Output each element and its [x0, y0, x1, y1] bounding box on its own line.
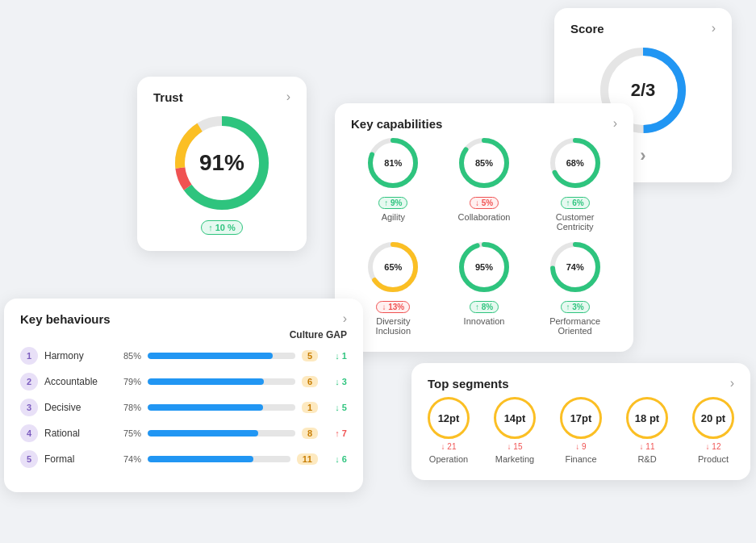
beh-num: 4: [20, 424, 38, 442]
beh-bar: [148, 353, 295, 359]
cap-pct: 95%: [475, 262, 493, 272]
seg-label: R&D: [637, 454, 656, 464]
beh-pct: 75%: [115, 428, 141, 438]
beh-num: 2: [20, 373, 38, 391]
trust-card: Trust › 91% ↑ 10 %: [137, 77, 307, 251]
behaviours-header: Key behaviours ›: [20, 311, 347, 326]
seg-label: Finance: [565, 454, 596, 464]
seg-circle: 17pt: [560, 397, 602, 439]
behaviours-title: Key behaviours: [20, 312, 111, 326]
seg-label: Product: [698, 454, 729, 464]
segments-card: Top segments › 12pt ↓ 21 Operation 14pt …: [411, 363, 750, 480]
cap-badge: ↑ 8%: [470, 301, 499, 313]
beh-gap: 6: [302, 376, 318, 387]
cap-badge: ↑ 9%: [378, 197, 407, 209]
capabilities-card: Key capabilities › 81% ↑ 9% Agility 85% …: [335, 103, 633, 352]
seg-delta: ↓ 9: [575, 442, 586, 451]
beh-name: Rational: [44, 428, 109, 439]
beh-gap: 8: [302, 428, 318, 439]
trust-donut-container: 91% ↑ 10 %: [153, 111, 290, 235]
behaviours-card: Key behaviours › Culture GAP 1 Harmony 8…: [4, 299, 363, 492]
cap-donut: 85%: [458, 137, 510, 189]
behaviour-row: 3 Decisive 78% 1 ↓ 5: [20, 399, 347, 416]
seg-delta: ↓ 11: [640, 442, 655, 451]
capability-item: 68% ↑ 6% CustomerCentricity: [533, 137, 617, 232]
beh-delta: ↓ 3: [324, 377, 347, 386]
beh-name: Formal: [44, 453, 109, 465]
capabilities-header: Key capabilities ›: [351, 116, 617, 131]
cap-donut: 74%: [549, 241, 601, 293]
cap-pct: 81%: [384, 158, 402, 168]
cap-label: PerformanceOriented: [549, 316, 600, 336]
cap-badge: ↑ 6%: [561, 197, 590, 209]
seg-delta: ↓ 15: [507, 442, 523, 451]
segments-chevron[interactable]: ›: [730, 376, 734, 391]
cap-donut: 95%: [458, 241, 510, 293]
score-card-header: Score ›: [570, 21, 716, 36]
beh-bar: [148, 378, 295, 385]
segment-item: 20 pt ↓ 12 Product: [692, 397, 734, 464]
beh-gap: 5: [302, 350, 318, 361]
trust-badge: ↑ 10 %: [201, 220, 243, 235]
cap-pct: 68%: [566, 158, 584, 168]
beh-bar: [148, 430, 295, 436]
cap-donut: 81%: [367, 137, 419, 189]
capability-item: 85% ↓ 5% Collaboration: [442, 137, 527, 232]
beh-delta: ↓ 5: [324, 403, 347, 412]
capability-item: 74% ↑ 3% PerformanceOriented: [533, 241, 617, 336]
seg-circle: 18 pt: [626, 397, 668, 439]
trust-chevron[interactable]: ›: [286, 90, 290, 104]
cap-donut: 65%: [367, 241, 419, 293]
segment-item: 14pt ↓ 15 Marketing: [494, 397, 536, 464]
behaviours-rows: 1 Harmony 85% 5 ↓ 1 2 Accountable 79% 6 …: [20, 347, 347, 468]
beh-bar: [148, 404, 295, 411]
beh-gap: 11: [297, 453, 318, 465]
beh-name: Decisive: [44, 402, 109, 413]
segment-item: 18 pt ↓ 11 R&D: [626, 397, 668, 464]
trust-card-header: Trust ›: [153, 90, 290, 104]
beh-num: 3: [20, 399, 38, 416]
cap-label: Agility: [382, 212, 405, 222]
segments-title: Top segments: [428, 377, 509, 391]
behaviour-row: 2 Accountable 79% 6 ↓ 3: [20, 373, 347, 391]
beh-num: 1: [20, 347, 38, 365]
capability-item: 95% ↑ 8% Innovation: [442, 241, 527, 336]
segment-item: 17pt ↓ 9 Finance: [560, 397, 602, 464]
capabilities-title: Key capabilities: [351, 117, 442, 131]
cap-label: Collaboration: [458, 212, 511, 222]
beh-pct: 74%: [115, 454, 141, 464]
seg-circle: 14pt: [494, 397, 536, 439]
seg-delta: ↓ 12: [706, 442, 721, 451]
beh-bar: [148, 456, 290, 462]
cap-pct: 74%: [566, 262, 584, 272]
capability-item: 65% ↓ 13% DiversityInclusion: [351, 241, 436, 336]
beh-gap: 1: [302, 402, 318, 413]
segment-item: 12pt ↓ 21 Operation: [428, 397, 470, 464]
score-value: 2/3: [631, 80, 656, 101]
beh-pct: 78%: [115, 403, 141, 412]
trust-title: Trust: [153, 90, 183, 104]
cap-badge: ↑ 3%: [561, 301, 590, 313]
score-title: Score: [570, 22, 604, 36]
capability-item: 81% ↑ 9% Agility: [351, 137, 436, 232]
cap-badge: ↓ 5%: [470, 197, 499, 209]
seg-label: Operation: [429, 454, 468, 464]
segments-header: Top segments ›: [428, 376, 734, 391]
score-chevron[interactable]: ›: [712, 21, 716, 36]
seg-label: Marketing: [495, 454, 534, 464]
cap-donut: 68%: [549, 137, 601, 189]
beh-name: Harmony: [44, 350, 109, 361]
cap-pct: 85%: [475, 158, 493, 168]
beh-name: Accountable: [44, 376, 109, 387]
behaviour-row: 4 Rational 75% 8 ↑ 7: [20, 424, 347, 442]
beh-delta: ↓ 6: [324, 454, 347, 464]
capabilities-grid: 81% ↑ 9% Agility 85% ↓ 5% Collaboration …: [351, 137, 617, 336]
score-nav[interactable]: ›: [640, 145, 645, 165]
cap-label: DiversityInclusion: [376, 316, 411, 336]
cap-label: Innovation: [464, 316, 505, 326]
beh-pct: 79%: [115, 377, 141, 386]
seg-circle: 12pt: [428, 397, 470, 439]
behaviours-chevron[interactable]: ›: [343, 311, 347, 326]
seg-circle: 20 pt: [692, 397, 734, 439]
capabilities-chevron[interactable]: ›: [613, 116, 617, 131]
